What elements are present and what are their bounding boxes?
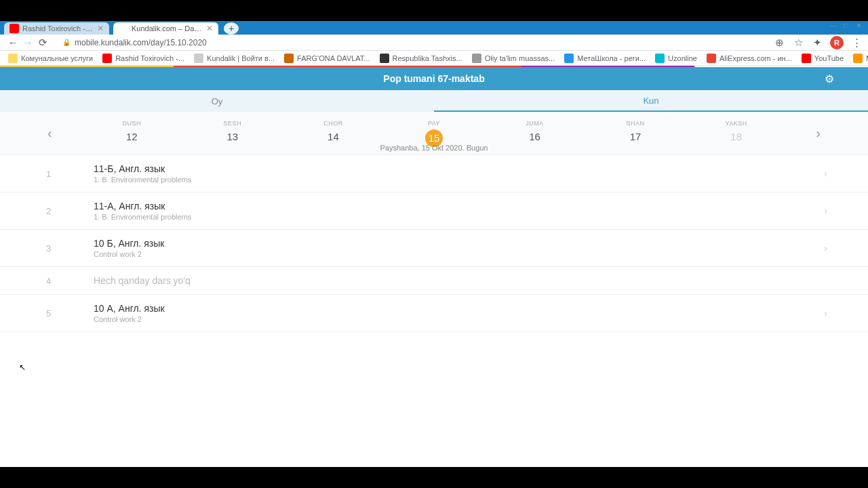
bookmark-item[interactable]: YouTube xyxy=(802,54,844,63)
day-number: 12 xyxy=(104,131,159,142)
new-tab-button[interactable]: + xyxy=(224,22,239,35)
close-icon[interactable]: ✕ xyxy=(206,24,213,33)
lesson-row[interactable]: 211-А, Англ. язык1. B. Environmental pro… xyxy=(0,192,868,230)
tab-title: Kundalik.com – Dars jadvali xyxy=(132,24,202,33)
close-window-icon[interactable]: ✕ xyxy=(856,22,864,30)
day-label: PAY xyxy=(407,120,461,127)
day-number: 13 xyxy=(205,131,260,142)
tab-title: Rashid Toxirovich - YouTube xyxy=(22,24,93,33)
bookmark-label: FARG'ONA DAVLAT... xyxy=(297,54,370,62)
lock-icon: 🔒 xyxy=(62,39,71,46)
bookmark-favicon-icon xyxy=(284,54,294,63)
chevron-right-icon: › xyxy=(824,308,827,319)
bookmark-favicon-icon xyxy=(8,54,18,63)
day-number: 14 xyxy=(306,131,360,142)
day-label: YAKSH xyxy=(709,120,764,127)
lesson-number: 2 xyxy=(46,206,94,216)
bookmark-bar: Комунальные услугиRashid Toxirovich -...… xyxy=(0,51,868,66)
cursor-icon: ↖ xyxy=(19,363,26,372)
lesson-number: 4 xyxy=(46,276,94,286)
bookmark-favicon-icon xyxy=(564,54,574,63)
lesson-subtitle: Control work 2 xyxy=(94,315,824,323)
prev-week-icon[interactable]: ‹ xyxy=(47,125,52,141)
day-cell[interactable]: PAY15 xyxy=(407,120,461,147)
bookmark-label: Rashid Toxirovich -... xyxy=(115,54,184,62)
min-window-icon[interactable]: — xyxy=(831,22,838,30)
lesson-empty-text: Hech qanday dars yo'q xyxy=(94,275,827,286)
bookmark-favicon-icon xyxy=(802,54,811,63)
week-navigation: ‹ DUSH12SESH13CHOR14PAY15JUMA16SHAN17YAK… xyxy=(0,112,868,155)
bookmark-favicon-icon xyxy=(380,54,389,63)
day-number: 17 xyxy=(608,131,663,142)
lesson-number: 3 xyxy=(46,243,94,253)
day-label: SESH xyxy=(205,120,260,127)
url-input[interactable]: 🔒 mobile.kundalik.com/day/15.10.2020 xyxy=(56,38,768,47)
avatar[interactable]: R xyxy=(830,36,844,49)
view-tabs: Oy Kun xyxy=(0,90,868,112)
extensions-icon[interactable]: ✦ xyxy=(811,37,823,49)
lesson-subtitle: 1. B. Environmental problems xyxy=(94,176,824,184)
lesson-row[interactable]: 510 А, Англ. языкControl work 2› xyxy=(0,295,868,332)
bookmark-favicon-icon xyxy=(707,54,716,63)
lesson-title: 10 Б, Англ. язык xyxy=(94,238,824,249)
bookmark-label: МетаШкола - реги... xyxy=(577,54,646,62)
lesson-title: 10 А, Англ. язык xyxy=(94,303,824,314)
chevron-right-icon: › xyxy=(824,168,827,179)
tab-day[interactable]: Kun xyxy=(434,90,868,112)
day-cell[interactable]: SHAN17 xyxy=(608,120,663,147)
gear-icon[interactable]: ⚙ xyxy=(825,73,834,85)
day-cell[interactable]: CHOR14 xyxy=(306,120,360,147)
bookmark-favicon-icon xyxy=(655,54,665,63)
date-caption: Payshanba, 15 Okt 2020. Bugun xyxy=(0,144,868,152)
lesson-title: 11-А, Англ. язык xyxy=(94,201,824,211)
lesson-list: 111-Б, Англ. язык1. B. Environmental pro… xyxy=(0,155,868,332)
bookmark-item[interactable]: FARG'ONA DAVLAT... xyxy=(284,54,370,63)
bookmark-item[interactable]: Rashid Toxirovich -... xyxy=(102,54,184,63)
bookmark-label: Respublika Tashxis... xyxy=(393,54,462,62)
day-cell[interactable]: YAKSH18 xyxy=(709,120,764,147)
lesson-number: 5 xyxy=(46,308,94,319)
bookmark-label: AliExpress.com - ин... xyxy=(719,54,792,62)
max-window-icon[interactable]: □ xyxy=(844,22,851,30)
bookmark-item[interactable]: МетаШкола - реги... xyxy=(564,54,646,63)
next-week-icon[interactable]: › xyxy=(816,125,821,141)
bookmark-favicon-icon xyxy=(194,54,203,63)
browser-tab[interactable]: Kundalik.com – Dars jadvali✕ xyxy=(113,22,218,35)
bookmark-favicon-icon xyxy=(102,54,112,63)
bookmark-label: Комунальные услуги xyxy=(21,54,93,62)
bookmark-item[interactable]: Комунальные услуги xyxy=(8,54,93,63)
tab-favicon-icon xyxy=(9,24,19,33)
bookmark-label: Kundalik | Войти в... xyxy=(207,54,275,62)
lesson-subtitle: 1. B. Environmental problems xyxy=(94,213,824,221)
app-header: Pop tumani 67-maktab ⚙ xyxy=(0,67,868,90)
browser-tab[interactable]: Rashid Toxirovich - YouTube✕ xyxy=(4,22,109,35)
close-icon[interactable]: ✕ xyxy=(97,24,104,33)
day-label: SHAN xyxy=(608,120,663,127)
bookmark-favicon-icon xyxy=(472,54,481,63)
lesson-number: 1 xyxy=(46,169,94,179)
address-bar: ← → ⟳ 🔒 mobile.kundalik.com/day/15.10.20… xyxy=(0,35,868,51)
day-number: 16 xyxy=(508,131,562,142)
day-label: DUSH xyxy=(104,120,159,127)
bookmark-item[interactable]: Oliy ta'lim muassas... xyxy=(472,54,555,63)
reload-button[interactable]: ⟳ xyxy=(35,35,50,50)
day-cell[interactable]: SESH13 xyxy=(205,120,260,147)
page-title: Pop tumani 67-maktab xyxy=(383,73,484,84)
bookmark-item[interactable]: Mediabay - Главна... xyxy=(853,54,868,63)
day-cell[interactable]: DUSH12 xyxy=(104,120,159,147)
lesson-row[interactable]: 310 Б, Англ. языкControl work 2› xyxy=(0,230,868,267)
install-icon[interactable]: ⊕ xyxy=(773,37,785,49)
day-cell[interactable]: JUMA16 xyxy=(508,120,562,147)
lesson-row[interactable]: 111-Б, Англ. язык1. B. Environmental pro… xyxy=(0,155,868,192)
tab-month[interactable]: Oy xyxy=(0,90,434,112)
bookmark-item[interactable]: Kundalik | Войти в... xyxy=(194,54,275,63)
back-button[interactable]: ← xyxy=(5,35,20,50)
bookmark-label: Uzonline xyxy=(668,54,697,62)
bookmark-item[interactable]: Uzonline xyxy=(655,54,697,63)
bookmark-item[interactable]: Respublika Tashxis... xyxy=(380,54,462,63)
menu-icon[interactable]: ⋮ xyxy=(850,37,863,49)
forward-button[interactable]: → xyxy=(20,35,35,50)
day-label: JUMA xyxy=(508,120,562,127)
star-icon[interactable]: ☆ xyxy=(792,37,804,49)
bookmark-item[interactable]: AliExpress.com - ин... xyxy=(707,54,792,63)
